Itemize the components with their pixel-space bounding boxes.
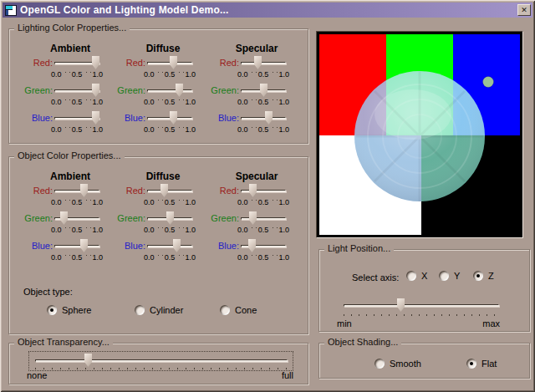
lighting-ambient-green-slider[interactable]: 0.00.51.0 — [54, 84, 110, 107]
scale-label: 0.5 — [71, 226, 84, 235]
axis-y-radio[interactable] — [439, 271, 449, 281]
object_props-ambient-green-slider-track[interactable] — [54, 211, 99, 226]
scale-label: 0.0 — [143, 198, 155, 207]
transparency-slider-track[interactable] — [35, 354, 288, 368]
lighting-specular-red-slider[interactable]: 0.00.51.0 — [241, 56, 296, 79]
lighting-ambient-red-slider-thumb[interactable] — [92, 56, 99, 69]
object_props-specular-red-slider-channel[interactable] — [241, 190, 286, 192]
lighting-specular-red-slider-track[interactable] — [241, 56, 286, 70]
lighting-specular-green-slider-thumb[interactable] — [260, 84, 268, 97]
lighting-specular-green-slider-track[interactable] — [241, 84, 286, 98]
axis-x[interactable]: X — [406, 271, 427, 281]
lighting-specular-blue-slider-channel[interactable] — [241, 117, 286, 120]
shading-flat[interactable]: Flat — [466, 359, 497, 369]
object_props-ambient-red-row: Red:0.00.51.0 — [19, 184, 113, 211]
object_props-diffuse-green-slider[interactable]: 0.00.51.0 — [147, 211, 202, 235]
lighting-ambient-blue-slider[interactable]: 0.00.51.0 — [54, 111, 110, 135]
lighting-diffuse-blue-slider-thumb[interactable] — [170, 111, 177, 125]
object_props-specular-blue-slider-thumb[interactable] — [248, 239, 256, 252]
axis-z-radio[interactable] — [473, 271, 483, 281]
light-position-slider[interactable] — [344, 298, 499, 313]
lighting-diffuse-blue-slider-track[interactable] — [147, 111, 192, 125]
light-position-slider-thumb[interactable] — [397, 298, 405, 312]
axis-y[interactable]: Y — [439, 271, 460, 281]
object_props-specular-blue-slider-track[interactable] — [241, 239, 286, 253]
shading-smooth[interactable]: Smooth — [374, 359, 421, 369]
object_props-ambient-red-slider[interactable]: 0.00.51.0 — [54, 184, 110, 207]
object_props-ambient-red-slider-channel[interactable] — [54, 190, 99, 192]
transparency-slider[interactable] — [35, 354, 288, 368]
object_props-ambient-blue-slider-track[interactable] — [54, 239, 99, 253]
object_props-specular-red-slider-thumb[interactable] — [249, 184, 257, 197]
light-position-slider-track[interactable] — [344, 298, 499, 313]
object-type-sphere[interactable]: Sphere — [47, 305, 91, 315]
lighting-diffuse-green-slider[interactable]: 0.00.51.0 — [147, 84, 202, 107]
object_props-specular-green-slider[interactable]: 0.00.51.0 — [241, 211, 296, 235]
lighting-ambient-red-slider[interactable]: 0.00.51.0 — [54, 56, 110, 79]
axis-x-radio[interactable] — [406, 271, 416, 281]
object_props-diffuse-red-slider[interactable]: 0.00.51.0 — [147, 184, 202, 207]
object_props-diffuse-red-slider-track[interactable] — [147, 184, 192, 198]
object_props-specular-red-slider[interactable]: 0.00.51.0 — [241, 184, 296, 207]
object_props-specular-green-slider-track[interactable] — [241, 211, 286, 226]
object_props-diffuse-red-slider-channel[interactable] — [147, 190, 192, 192]
lighting-diffuse-green-slider-track[interactable] — [147, 84, 192, 98]
lighting-ambient-red-slider-track[interactable] — [54, 56, 99, 70]
lighting-ambient-green-slider-thumb[interactable] — [92, 84, 99, 97]
lighting-specular-green-slider[interactable]: 0.00.51.0 — [241, 84, 296, 107]
object-type-cone[interactable]: Cone — [220, 305, 257, 315]
object_props-diffuse-blue-slider-track[interactable] — [147, 239, 192, 253]
light-position-slider-channel[interactable] — [344, 304, 499, 307]
object_props-diffuse-green-row: Green:0.00.51.0 — [112, 211, 206, 239]
object_props-specular-green-slider-thumb[interactable] — [249, 211, 257, 225]
object-type-sphere-radio[interactable] — [47, 305, 57, 315]
lighting-diffuse-green-slider-thumb[interactable] — [176, 84, 183, 97]
transparency-slider-thumb[interactable] — [84, 354, 92, 367]
object_props-ambient-red-slider-track[interactable] — [54, 184, 99, 198]
object_props-ambient-blue-slider-channel[interactable] — [54, 245, 99, 247]
scale-label: 1.0 — [91, 125, 104, 135]
object_props-ambient-blue-slider-thumb[interactable] — [80, 239, 88, 252]
object_props-specular-blue-slider[interactable]: 0.00.51.0 — [241, 239, 296, 262]
lighting-specular-red-slider-channel[interactable] — [241, 62, 286, 64]
lighting-ambient-green-slider-track[interactable] — [54, 84, 99, 98]
lighting-specular-blue-row: Blue:0.00.51.0 — [206, 111, 299, 139]
axis-z[interactable]: Z — [473, 271, 494, 281]
object_props-specular-red-slider-track[interactable] — [241, 184, 286, 198]
lighting-diffuse-red-slider-track[interactable] — [147, 56, 192, 70]
object_props-diffuse-blue-slider[interactable]: 0.00.51.0 — [147, 239, 202, 262]
lighting-diffuse-blue-slider[interactable]: 0.00.51.0 — [147, 111, 202, 135]
lighting-ambient-blue-slider-track[interactable] — [54, 111, 99, 125]
object_props-diffuse-green-slider-track[interactable] — [147, 211, 192, 226]
object-type-cylinder-radio[interactable] — [135, 305, 145, 315]
scale-label: 0.0 — [143, 70, 155, 79]
lighting-specular-blue-slider-thumb[interactable] — [265, 111, 273, 125]
scale-row: 0.00.51.0 — [50, 253, 104, 262]
object_props-diffuse-green-slider-thumb[interactable] — [166, 211, 174, 225]
title-bar[interactable]: OpenGL Color and Lighting Model Demo... … — [3, 3, 532, 18]
blue-channel-label: Blue: — [112, 113, 145, 123]
object_props-ambient-blue-slider[interactable]: 0.00.51.0 — [54, 239, 110, 262]
lighting-ambient-blue-slider-thumb[interactable] — [92, 111, 99, 125]
object_props-specular-blue-slider-channel[interactable] — [241, 245, 286, 247]
lighting-specular-blue-slider-track[interactable] — [241, 111, 286, 125]
object_props-ambient-green-slider-thumb[interactable] — [60, 211, 68, 225]
object_props-diffuse-blue-slider-channel[interactable] — [147, 245, 192, 247]
close-button[interactable]: ✕ — [517, 4, 531, 16]
object_props-ambient-red-slider-thumb[interactable] — [80, 184, 88, 197]
lighting-specular-blue-slider[interactable]: 0.00.51.0 — [241, 111, 296, 135]
shading-flat-radio[interactable] — [466, 359, 476, 369]
lighting-diffuse-green-slider-channel[interactable] — [147, 89, 192, 92]
object_props-specular-green-slider-channel[interactable] — [241, 217, 286, 220]
object_props-diffuse-blue-slider-thumb[interactable] — [173, 239, 181, 252]
lighting-diffuse-red-slider[interactable]: 0.00.51.0 — [147, 56, 202, 79]
transparency-slider-channel[interactable] — [35, 359, 288, 362]
lighting-specular-red-slider-thumb[interactable] — [254, 56, 262, 69]
object-type-cone-radio[interactable] — [220, 305, 230, 315]
shading-smooth-radio[interactable] — [374, 359, 385, 369]
object-type-cylinder[interactable]: Cylinder — [135, 305, 183, 315]
object_props-diffuse-red-slider-thumb[interactable] — [160, 184, 168, 197]
red-channel-label: Red: — [206, 186, 239, 196]
object_props-ambient-green-slider[interactable]: 0.00.51.0 — [54, 211, 110, 235]
lighting-diffuse-red-slider-thumb[interactable] — [170, 56, 177, 69]
